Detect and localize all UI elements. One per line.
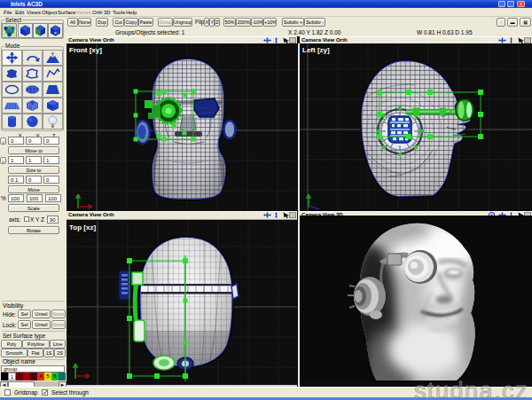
svg-text:Top [xz]: Top [xz] [69,224,96,231]
svg-text:Front [xy]: Front [xy] [69,46,102,54]
svg-text:Left [zy]: Left [zy] [302,46,330,54]
